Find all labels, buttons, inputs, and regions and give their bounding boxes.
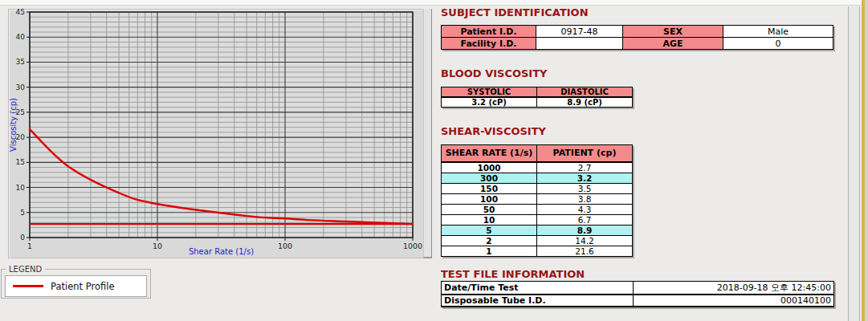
- table-row: Disposable Tube I.D. 000140100: [442, 295, 834, 307]
- svg-text:15: 15: [16, 158, 25, 166]
- table-row: 50 4.3: [442, 204, 633, 214]
- blood-viscosity-table: SYSTOLIC DIASTOLIC 3.2 (cP) 8.9 (cP): [441, 87, 633, 108]
- patient-cp-cell: 21.6: [537, 246, 633, 256]
- svg-text:45: 45: [16, 8, 25, 16]
- patient-cp-cell: 14.2: [537, 235, 633, 246]
- svg-text:30: 30: [16, 83, 26, 91]
- table-row: 10 6.7: [442, 214, 633, 225]
- svg-text:5: 5: [20, 209, 25, 217]
- patient-cp-cell: 8.9: [537, 225, 633, 235]
- table-row: Date/Time Test 2018-09-18 오후 12:45:00: [442, 282, 834, 295]
- patient-cp-cell: 3.2: [537, 173, 633, 183]
- svg-text:10: 10: [16, 184, 26, 192]
- subject-identification-table: Patient I.D. 0917-48 SEX Male Facility I…: [441, 25, 833, 50]
- table-row: Facility I.D. AGE 0: [442, 38, 833, 50]
- svg-text:0: 0: [20, 234, 25, 242]
- legend-entry: Patient Profile: [5, 275, 147, 297]
- svg-text:10: 10: [153, 242, 162, 250]
- svg-text:1: 1: [27, 242, 32, 250]
- subject-identification-title: SUBJECT IDENTIFICATION: [441, 6, 589, 18]
- patient-cp-cell: 3.8: [537, 193, 633, 204]
- age-value: 0: [723, 38, 833, 50]
- patient-id-label: Patient I.D.: [442, 26, 536, 38]
- legend-entry-label: Patient Profile: [51, 281, 114, 292]
- date-time-test-label: Date/Time Test: [442, 282, 634, 295]
- chart-panel-right-border: [423, 9, 432, 258]
- systolic-header: SYSTOLIC: [442, 87, 537, 98]
- patient-profile-line-sample: [13, 285, 43, 287]
- patient-cp-cell: 6.7: [537, 214, 633, 225]
- table-row: 2 14.2: [442, 235, 633, 246]
- desktop-background-strip: [865, 0, 868, 321]
- table-row: 100 3.8: [442, 193, 633, 204]
- sex-label: SEX: [623, 26, 723, 38]
- svg-text:40: 40: [16, 33, 26, 41]
- table-row: 3.2 (cP) 8.9 (cP): [442, 97, 633, 108]
- vertical-scrollbar[interactable]: [848, 6, 860, 321]
- shear-viscosity-table: SHEAR RATE (1/s) PATIENT (cp) 1000 2.7 3…: [441, 144, 633, 257]
- shear-viscosity-title: SHEAR-VISCOSITY: [441, 125, 546, 137]
- svg-text:Shear Rate (1/s): Shear Rate (1/s): [189, 247, 254, 256]
- patient-cp-cell: 4.3: [537, 204, 633, 214]
- shear-rate-cell: 2: [442, 235, 537, 246]
- svg-text:35: 35: [16, 58, 25, 66]
- table-row: 1000 2.7: [442, 162, 633, 173]
- test-file-information-title: TEST FILE INFORMATION: [441, 268, 585, 280]
- table-header-row: SHEAR RATE (1/s) PATIENT (cp): [442, 145, 633, 162]
- shear-rate-cell: 100: [442, 193, 537, 204]
- disposable-tube-id-label: Disposable Tube I.D.: [442, 295, 634, 307]
- sex-value: Male: [723, 26, 833, 38]
- table-row: 150 3.5: [442, 183, 633, 193]
- shear-rate-cell: 1000: [442, 162, 537, 173]
- table-row: 300 3.2: [442, 173, 633, 183]
- shear-rate-cell: 5: [442, 225, 537, 235]
- viscosity-chart-panel: 0510152025303540451101001000Shear Rate (…: [8, 9, 423, 258]
- test-file-information-table: Date/Time Test 2018-09-18 오후 12:45:00 Di…: [441, 281, 834, 307]
- svg-text:100: 100: [278, 242, 292, 250]
- shear-viscosity-chart: 0510152025303540451101001000Shear Rate (…: [9, 10, 424, 258]
- svg-text:1000: 1000: [403, 242, 422, 250]
- patient-cp-cell: 2.7: [537, 162, 633, 173]
- diastolic-value: 8.9 (cP): [537, 97, 633, 108]
- patient-cp-header: PATIENT (cp): [537, 145, 633, 162]
- table-row: 1 21.6: [442, 246, 633, 256]
- shear-rate-cell: 150: [442, 183, 537, 193]
- table-row: Patient I.D. 0917-48 SEX Male: [442, 26, 833, 38]
- legend-groupbox: LEGEND Patient Profile: [1, 265, 151, 299]
- hemorheology-report-page: 0510152025303540451101001000Shear Rate (…: [0, 0, 868, 321]
- facility-id-label: Facility I.D.: [442, 38, 536, 50]
- date-time-test-value: 2018-09-18 오후 12:45:00: [634, 282, 834, 295]
- shear-rate-cell: 300: [442, 173, 537, 183]
- systolic-value: 3.2 (cP): [442, 97, 537, 108]
- table-header-row: SYSTOLIC DIASTOLIC: [442, 87, 633, 98]
- shear-rate-cell: 50: [442, 204, 537, 214]
- window-top-edge: [0, 0, 868, 6]
- diastolic-header: DIASTOLIC: [537, 87, 633, 98]
- svg-text:Viscosity (cp): Viscosity (cp): [9, 98, 18, 152]
- age-label: AGE: [623, 38, 723, 50]
- disposable-tube-id-value: 000140100: [634, 295, 834, 307]
- table-row: 5 8.9: [442, 225, 633, 235]
- shear-rate-cell: 1: [442, 246, 537, 256]
- shear-rate-cell: 10: [442, 214, 537, 225]
- patient-id-value: 0917-48: [536, 26, 623, 38]
- blood-viscosity-title: BLOOD VISCOSITY: [441, 67, 547, 79]
- legend-group-label: LEGEND: [6, 265, 45, 274]
- patient-cp-cell: 3.5: [537, 183, 633, 193]
- shear-rate-header: SHEAR RATE (1/s): [442, 145, 537, 162]
- facility-id-value: [536, 38, 623, 50]
